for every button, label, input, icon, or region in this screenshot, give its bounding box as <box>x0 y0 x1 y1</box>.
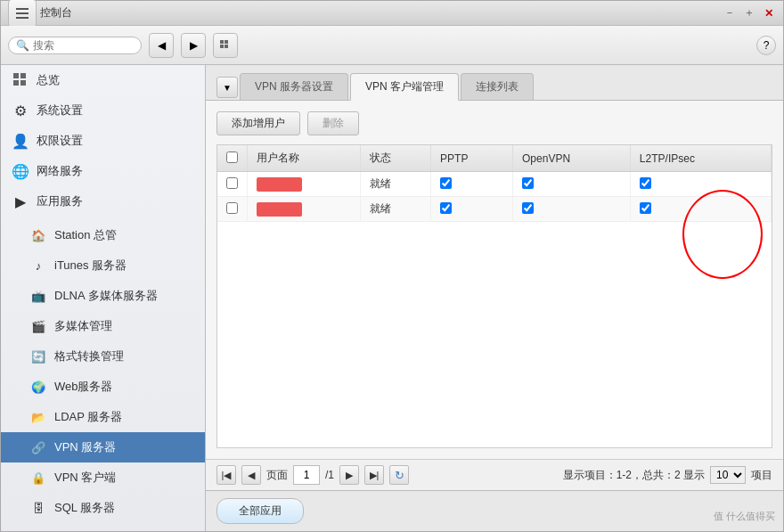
svg-rect-3 <box>220 40 224 44</box>
row2-openvpn-checkbox[interactable] <box>522 202 534 214</box>
row2-openvpn <box>513 197 631 222</box>
help-button[interactable]: ? <box>756 36 776 55</box>
row2-checkbox[interactable] <box>226 202 238 214</box>
svg-rect-0 <box>16 8 29 10</box>
row1-checkbox[interactable] <box>226 177 238 189</box>
delete-button[interactable]: 删除 <box>307 111 359 135</box>
sidebar-item-vpn-server[interactable]: 🔗 VPN 服务器 <box>1 432 205 462</box>
search-box[interactable]: 🔍 <box>8 37 142 54</box>
forward-button[interactable]: ▶ <box>181 33 206 58</box>
back-button[interactable]: ◀ <box>149 33 174 58</box>
close-button[interactable]: ✕ <box>762 6 776 20</box>
sql-icon: 🗄 <box>29 499 47 517</box>
sidebar-toggle-button[interactable] <box>8 0 37 28</box>
apply-all-button[interactable]: 全部应用 <box>216 498 304 524</box>
row1-checkbox-cell <box>217 172 248 197</box>
sidebar-item-permissions[interactable]: 👤 权限设置 <box>1 126 205 156</box>
sidebar-item-sql[interactable]: 🗄 SQL 服务器 <box>1 493 205 523</box>
bottom-bar: 全部应用 <box>206 490 783 531</box>
table-row: 就绪 <box>217 172 772 197</box>
sidebar-item-label: VPN 服务器 <box>54 439 116 455</box>
row2-pptp <box>431 197 513 222</box>
svg-rect-1 <box>16 12 29 14</box>
page-size-select[interactable]: 10 25 50 <box>710 466 746 484</box>
sidebar-item-itunes[interactable]: ♪ iTunes 服务器 <box>1 250 205 281</box>
titlebar: 控制台 － ＋ ✕ <box>1 1 783 26</box>
col-header-checkbox <box>217 145 248 172</box>
sidebar-item-dlna[interactable]: 📺 DLNA 多媒体服务器 <box>1 281 205 311</box>
minimize-button[interactable]: － <box>723 6 737 20</box>
row1-openvpn-checkbox[interactable] <box>522 177 534 189</box>
sidebar-item-ldap[interactable]: 📂 LDAP 服务器 <box>1 402 205 432</box>
sidebar-item-label: SQL 服务器 <box>54 500 115 516</box>
row1-pptp-checkbox[interactable] <box>440 177 452 189</box>
tab-connection-list[interactable]: 连接列表 <box>461 73 534 100</box>
svg-rect-2 <box>16 17 29 19</box>
first-page-button[interactable]: |◀ <box>216 465 236 485</box>
sidebar-item-media[interactable]: 🎬 多媒体管理 <box>1 311 205 341</box>
svg-rect-4 <box>225 40 228 44</box>
sidebar-item-station[interactable]: 🏠 Station 总管 <box>1 220 205 250</box>
sidebar-item-label: 格式转换管理 <box>54 348 124 364</box>
row1-pptp <box>431 172 513 197</box>
web-icon: 🌍 <box>29 378 47 396</box>
col-header-l2tp: L2TP/IPsec <box>630 145 771 172</box>
sidebar-item-system[interactable]: ⚙ 系统设置 <box>1 95 205 126</box>
row2-l2tp-checkbox[interactable] <box>640 202 651 214</box>
select-all-checkbox[interactable] <box>226 151 238 163</box>
apps-icon: ▶ <box>12 192 29 210</box>
sidebar-item-convert[interactable]: 🔄 格式转换管理 <box>1 341 205 372</box>
main-area: 总览 ⚙ 系统设置 👤 权限设置 🌐 网络服务 ▶ 应用服务 🏠 Station <box>1 65 783 531</box>
sidebar-item-label: iTunes 服务器 <box>54 258 127 274</box>
window-title: 控制台 <box>40 5 723 20</box>
convert-icon: 🔄 <box>29 348 47 365</box>
sidebar-item-label: 网络服务 <box>37 163 83 179</box>
svg-rect-9 <box>13 80 19 86</box>
row1-l2tp-checkbox[interactable] <box>640 177 651 189</box>
apps-grid-button[interactable] <box>213 33 238 58</box>
add-user-button[interactable]: 添加增用户 <box>216 111 300 135</box>
action-bar: 添加增用户 删除 <box>216 111 772 135</box>
table-row: 就绪 <box>217 197 772 222</box>
last-page-button[interactable]: ▶| <box>364 465 384 485</box>
search-input[interactable] <box>33 39 131 52</box>
vpn-client-icon: 🔒 <box>29 469 47 487</box>
dlna-icon: 📺 <box>29 287 47 305</box>
col-header-openvpn: OpenVPN <box>513 145 631 172</box>
svg-rect-8 <box>20 73 26 78</box>
page-number-input[interactable] <box>293 465 320 485</box>
station-icon: 🏠 <box>29 226 47 244</box>
tab-vpn-server-settings[interactable]: VPN 服务器设置 <box>240 73 348 100</box>
row2-status: 就绪 <box>361 197 431 222</box>
sidebar-item-label: 应用服务 <box>37 193 83 209</box>
col-header-pptp: PPTP <box>431 145 513 172</box>
sidebar-item-label: LDAP 服务器 <box>54 409 122 425</box>
sidebar-item-syslog[interactable]: 📋 Syslog 服务器 <box>1 523 205 531</box>
sidebar-item-vpn-client[interactable]: 🔒 VPN 客户端 <box>1 462 205 493</box>
sidebar-item-web[interactable]: 🌍 Web服务器 <box>1 372 205 402</box>
row1-l2tp <box>630 172 771 197</box>
sidebar: 总览 ⚙ 系统设置 👤 权限设置 🌐 网络服务 ▶ 应用服务 🏠 Station <box>1 65 206 531</box>
svg-rect-5 <box>220 45 224 48</box>
tab-scroll-down[interactable]: ▼ <box>216 77 238 98</box>
pagination: |◀ ◀ 页面 /1 ▶ ▶| ↻ 显示项目：1-2，总共：2 显示 10 25… <box>206 459 783 490</box>
sidebar-item-apps[interactable]: ▶ 应用服务 <box>1 186 205 217</box>
svg-rect-7 <box>13 73 19 78</box>
prev-page-button[interactable]: ◀ <box>241 465 261 485</box>
pagination-info: 显示项目：1-2，总共：2 显示 10 25 50 项目 <box>563 466 772 484</box>
next-page-button[interactable]: ▶ <box>339 465 359 485</box>
maximize-button[interactable]: ＋ <box>742 6 756 20</box>
sidebar-item-network[interactable]: 🌐 网络服务 <box>1 156 205 186</box>
sidebar-item-label: 总览 <box>37 72 60 88</box>
system-icon: ⚙ <box>12 102 29 119</box>
window-controls: － ＋ ✕ <box>723 6 776 20</box>
row2-pptp-checkbox[interactable] <box>440 202 452 214</box>
sidebar-item-label: 系统设置 <box>37 102 83 119</box>
search-icon: 🔍 <box>16 39 29 52</box>
sidebar-item-label: Station 总管 <box>54 227 117 243</box>
tab-vpn-client-management[interactable]: VPN 客户端管理 <box>350 73 459 101</box>
main-window: 控制台 － ＋ ✕ 🔍 ◀ ▶ ? 总览 <box>0 0 784 532</box>
refresh-button[interactable]: ↻ <box>389 465 409 485</box>
sidebar-item-overview[interactable]: 总览 <box>1 65 205 95</box>
sidebar-item-label: 权限设置 <box>37 133 83 149</box>
